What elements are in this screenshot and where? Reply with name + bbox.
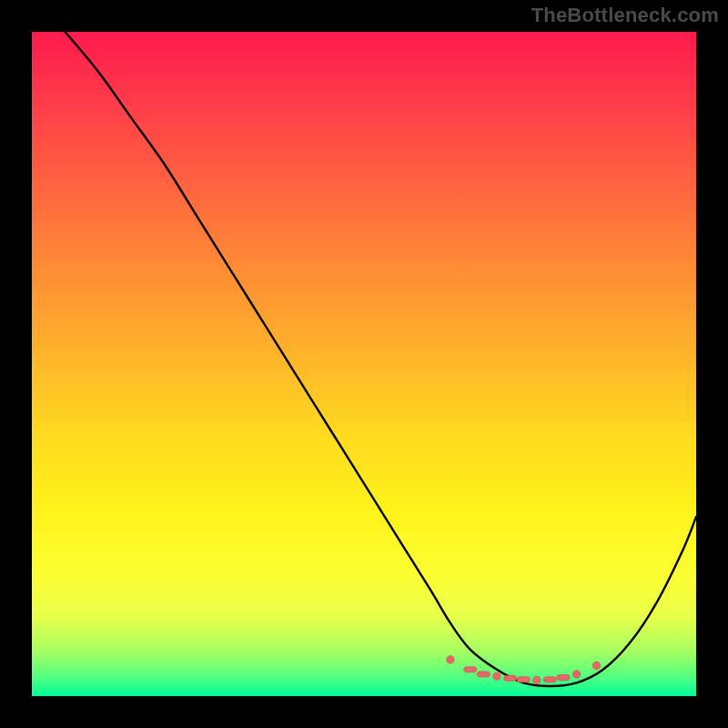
marker-point (592, 662, 600, 669)
marker-point (517, 677, 530, 682)
plot-area (32, 32, 696, 696)
marker-point (557, 675, 570, 681)
marker-point (504, 675, 517, 681)
marker-point (533, 676, 541, 683)
highlight-markers (447, 656, 601, 684)
marker-point (447, 656, 454, 663)
marker-point (572, 671, 580, 678)
curve-svg (32, 32, 696, 696)
watermark-text: TheBottleneck.com (531, 4, 719, 27)
marker-point (464, 667, 477, 672)
marker-point (543, 677, 556, 682)
bottleneck-curve (66, 32, 697, 686)
marker-point (493, 672, 500, 680)
chart-frame: TheBottleneck.com (0, 0, 728, 728)
marker-point (477, 672, 490, 677)
